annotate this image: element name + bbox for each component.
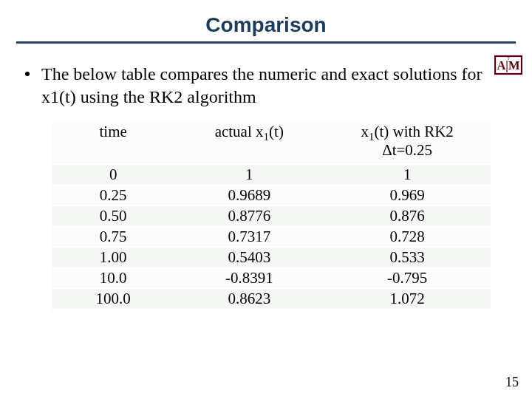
table-row: 10.0 -0.8391 -0.795	[52, 268, 491, 289]
table-header-row: time actual x1(t) x1(t) with RK2 Δt=0.25	[52, 121, 491, 165]
cell-actual: 0.8776	[174, 206, 324, 227]
page-number: 15	[505, 375, 519, 390]
cell-rk2: 0.876	[324, 206, 491, 227]
cell-actual: 0.7317	[174, 227, 324, 248]
cell-actual: 1	[174, 165, 324, 185]
comparison-table: time actual x1(t) x1(t) with RK2 Δt=0.25…	[52, 121, 491, 310]
cell-time: 10.0	[52, 268, 174, 289]
table-row: 1.00 0.5403 0.533	[52, 248, 491, 268]
atm-logo-icon: A|M T	[494, 53, 523, 77]
col-time-header: time	[52, 121, 174, 165]
table-body: 0 1 1 0.25 0.9689 0.969 0.50 0.8776 0.87…	[52, 165, 491, 310]
cell-rk2: 0.969	[324, 185, 491, 206]
cell-actual: 0.8623	[174, 289, 324, 310]
cell-time: 0.50	[52, 206, 174, 227]
table-row: 0 1 1	[52, 165, 491, 185]
cell-time: 0.25	[52, 185, 174, 206]
cell-rk2: 0.728	[324, 227, 491, 248]
cell-actual: 0.5403	[174, 248, 324, 268]
table-row: 0.50 0.8776 0.876	[52, 206, 491, 227]
cell-actual: 0.9689	[174, 185, 324, 206]
cell-rk2: 1.072	[324, 289, 491, 310]
bullet-text: The below table compares the numeric and…	[41, 63, 510, 108]
table-row: 100.0 0.8623 1.072	[52, 289, 491, 310]
bullet-dot-icon	[25, 72, 30, 76]
title-underline	[16, 41, 516, 44]
slide-title: Comparison	[0, 13, 532, 37]
cell-rk2: 1	[324, 165, 491, 185]
col-rk2-header: x1(t) with RK2 Δt=0.25	[324, 121, 491, 165]
table-row: 0.25 0.9689 0.969	[52, 185, 491, 206]
cell-time: 0	[52, 165, 174, 185]
cell-time: 1.00	[52, 248, 174, 268]
cell-rk2: -0.795	[324, 268, 491, 289]
cell-time: 100.0	[52, 289, 174, 310]
cell-actual: -0.8391	[174, 268, 324, 289]
svg-text:T: T	[507, 56, 510, 61]
col-actual-header: actual x1(t)	[174, 121, 324, 165]
bullet-row: The below table compares the numeric and…	[25, 63, 510, 108]
cell-time: 0.75	[52, 227, 174, 248]
table-row: 0.75 0.7317 0.728	[52, 227, 491, 248]
cell-rk2: 0.533	[324, 248, 491, 268]
